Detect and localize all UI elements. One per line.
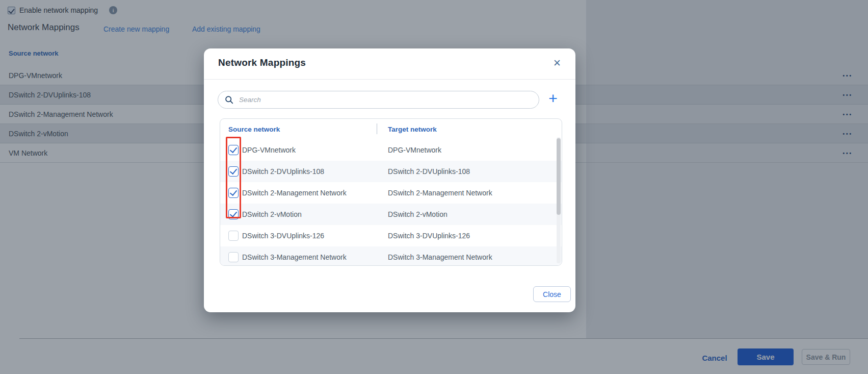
modal-close-button[interactable]: Close <box>533 286 571 302</box>
target-network-label: DSwitch 2-DVUplinks-108 <box>388 167 470 176</box>
search-icon <box>225 95 233 104</box>
row-checkbox[interactable] <box>228 166 239 177</box>
add-mapping-plus-icon[interactable]: + <box>544 90 562 107</box>
target-network-label: DSwitch 3-Management Network <box>388 253 492 261</box>
table-row: DSwitch 2-DVUplinks-108DSwitch 2-DVUplin… <box>220 161 562 182</box>
source-network-label: DSwitch 3-DVUplinks-126 <box>242 232 324 240</box>
source-network-label: DSwitch 2-DVUplinks-108 <box>242 167 324 176</box>
table-row: DSwitch 2-vMotionDSwitch 2-vMotion <box>220 204 562 225</box>
column-divider <box>377 123 377 134</box>
source-network-label: DSwitch 2-Management Network <box>242 189 347 197</box>
target-network-label: DSwitch 2-Management Network <box>388 189 492 197</box>
table-row: DSwitch 3-Management NetworkDSwitch 3-Ma… <box>220 246 562 266</box>
source-network-label: DPG-VMnetwork <box>242 146 296 154</box>
source-network-label: DSwitch 2-vMotion <box>242 210 302 218</box>
row-checkbox[interactable] <box>228 145 239 155</box>
modal-title: Network Mappings <box>218 57 306 68</box>
mappings-table-header: Source network Target network <box>220 119 562 139</box>
table-row: DSwitch 3-DVUplinks-126DSwitch 3-DVUplin… <box>220 225 562 246</box>
column-header-target-network: Target network <box>388 126 437 133</box>
column-header-source-network: Source network <box>228 126 280 133</box>
mappings-table-body: DPG-VMnetworkDPG-VMnetworkDSwitch 2-DVUp… <box>220 139 562 266</box>
target-network-label: DSwitch 3-DVUplinks-126 <box>388 232 470 240</box>
scrollbar-thumb[interactable] <box>557 138 561 215</box>
table-row: DSwitch 2-Management NetworkDSwitch 2-Ma… <box>220 182 562 204</box>
screen: Enable network mapping i Network Mapping… <box>0 0 868 374</box>
table-row: DPG-VMnetworkDPG-VMnetwork <box>220 139 562 161</box>
search-input[interactable] <box>238 95 532 104</box>
modal-header-divider <box>204 79 575 80</box>
network-mappings-modal: Network Mappings ✕ + Source network Targ… <box>204 48 575 312</box>
search-bar <box>218 91 539 109</box>
scrollbar-track[interactable] <box>557 137 561 263</box>
mappings-table: Source network Target network DPG-VMnetw… <box>220 118 562 266</box>
target-network-label: DPG-VMnetwork <box>388 146 441 154</box>
source-network-label: DSwitch 3-Management Network <box>242 253 347 261</box>
row-checkbox[interactable] <box>228 252 239 262</box>
close-icon[interactable]: ✕ <box>551 56 563 70</box>
row-checkbox[interactable] <box>228 209 239 219</box>
row-checkbox[interactable] <box>228 188 239 198</box>
target-network-label: DSwitch 2-vMotion <box>388 210 448 218</box>
row-checkbox[interactable] <box>228 231 239 241</box>
